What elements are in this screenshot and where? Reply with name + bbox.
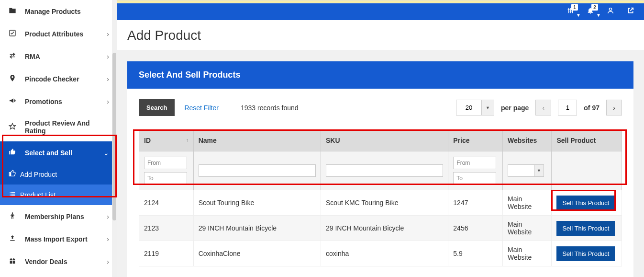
th-name[interactable]: Name [193,130,321,151]
prev-page-button[interactable]: ‹ [535,100,551,115]
body-icon [8,212,17,221]
sidebar-item-vendor-deals[interactable]: Vendor Deals › [0,250,117,273]
cell-websites: Main Website [503,241,552,266]
pin-icon [8,74,17,83]
table-row: 2123 29 INCH Mountain Bicycle 29 INCH Mo… [139,216,622,241]
topbar: 1 ▼ 2 ▼ [117,3,644,20]
table-row: 2119 CoxinhaClone coxinha 5.9 Main Websi… [139,241,622,266]
sidebar-item-label: Select and Sell [25,149,103,157]
page-title: Add Product [117,20,644,50]
sidebar-item-membership-plans[interactable]: Membership Plans › [0,205,117,228]
thumbup-icon [8,148,17,157]
page-input[interactable] [558,100,577,115]
svg-point-2 [609,8,611,11]
gift-icon [8,257,17,266]
filter-price-from[interactable] [453,157,496,169]
per-page-input[interactable] [456,100,482,115]
cell-websites: Main Website [503,216,552,241]
sidebar-item-label: Manage Products [25,8,109,15]
th-id[interactable]: ID↑ [139,130,194,151]
filter-websites-select[interactable] [508,164,534,177]
reset-filter-link[interactable]: Reset Filter [184,104,219,112]
sidebar-sub-label: Add Product [20,171,57,178]
products-table: ID↑ Name SKU Price Websites Sell Product [139,129,622,266]
sidebar-item-label: Product Attributes [25,30,107,38]
sell-this-product-button[interactable]: Sell This Product [556,246,615,261]
cell-price: 1247 [448,190,503,216]
dropdown-icon[interactable]: ▼ [534,164,544,177]
next-page-button[interactable]: › [606,100,622,115]
filter-price-to[interactable] [453,172,496,185]
cell-websites: Main Website [503,190,552,216]
external-link-icon[interactable] [627,7,634,17]
chevron-right-icon: › [107,213,109,220]
sidebar-item-label: RMA [25,53,107,60]
sidebar-sub-product-list[interactable]: Product List [0,185,117,205]
sidebar-sub-add-product[interactable]: Add Product [0,164,117,185]
filter-id-from[interactable] [144,157,187,169]
cell-id: 2123 [139,216,194,241]
user-icon[interactable] [607,7,614,17]
sidebar-item-mass-import-export[interactable]: Mass Import Export › [0,228,117,250]
check-icon [8,29,17,38]
th-price[interactable]: Price [448,130,503,151]
records-found-text: 1933 records found [241,104,299,112]
cell-name: Scout Touring Bike [193,190,321,216]
sidebar-item-promotions[interactable]: Promotions › [0,90,117,113]
star-icon [8,123,17,132]
cell-name: CoxinhaClone [193,241,321,266]
filter-sell-cell [552,151,622,190]
bell-icon[interactable]: 2 ▼ [587,7,594,17]
sidebar-item-label: Product Review And Rating [25,119,109,135]
folder-icon [8,7,17,16]
svg-point-1 [12,212,13,214]
filter-sku[interactable] [326,164,443,177]
sidebar-item-rma[interactable]: RMA › [0,45,117,68]
th-sku[interactable]: SKU [321,130,448,151]
cell-price: 5.9 [448,241,503,266]
sidebar-item-manage-products[interactable]: Manage Products [0,0,117,23]
sidebar-scrollbar-thumb[interactable] [112,53,116,220]
cell-sku: 29 INCH Mountain Bicycle [321,216,448,241]
th-label: ID [144,137,151,144]
cell-id: 2124 [139,190,194,216]
sidebar-item-label: Mass Import Export [25,235,107,243]
per-page-dropdown-icon[interactable]: ▼ [482,100,494,115]
per-page-label: per page [501,104,529,112]
cell-id: 2119 [139,241,194,266]
sidebar-item-label: Pincode Checker [25,75,107,83]
main-content: 1 ▼ 2 ▼ Add Product Select And Sell Prod… [117,0,644,277]
sell-this-product-button[interactable]: Sell This Product [556,221,615,236]
grid-toolbar: Search Reset Filter 1933 records found ▼… [139,99,622,116]
filter-price-cell [448,151,503,190]
chevron-right-icon: › [107,258,109,265]
upload-icon [8,234,17,243]
filter-id-to[interactable] [144,172,187,185]
sidebar-item-label: Vendor Deals [25,258,107,265]
search-button[interactable]: Search [139,99,175,116]
filter-name[interactable] [199,164,316,177]
chevron-right-icon: › [107,235,109,243]
sell-this-product-button[interactable]: Sell This Product [556,196,615,210]
swap-icon [8,52,17,61]
chevron-right-icon: › [107,98,109,105]
cell-sell: Sell This Product [552,241,622,266]
sidebar-item-product-attributes[interactable]: Product Attributes › [0,23,117,45]
sidebar-item-pincode-checker[interactable]: Pincode Checker › [0,68,117,90]
filter-websites-cell: ▼ [503,151,552,190]
th-sell-product[interactable]: Sell Product [552,130,622,151]
cell-sell: Sell This Product [552,190,622,216]
settings-icon[interactable]: 1 ▼ [566,7,574,17]
sidebar-scrollbar[interactable] [112,0,117,277]
cell-price: 2456 [448,216,503,241]
filter-sku-cell [321,151,448,190]
th-websites[interactable]: Websites [503,130,552,151]
sidebar-item-product-review[interactable]: Product Review And Rating [0,113,117,141]
panel-title: Select And Sell Products [127,61,633,89]
sidebar-item-select-and-sell[interactable]: Select and Sell ⌄ [0,141,117,164]
cell-sku: coxinha [321,241,448,266]
filter-id-cell [139,151,194,190]
notification-strip [117,0,644,3]
badge: 1 [571,4,578,11]
cell-sell: Sell This Product [552,216,622,241]
